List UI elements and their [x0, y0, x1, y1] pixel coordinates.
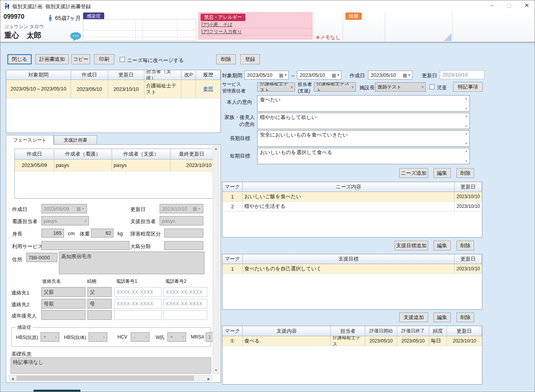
add-goal-button[interactable]: 支援目標追加: [395, 241, 428, 250]
scroll-up-icon[interactable]: ▲: [465, 150, 533, 153]
facesheet-hscrollbar[interactable]: ◀ ▶: [9, 375, 212, 381]
guardian-tel2-input[interactable]: [164, 310, 207, 320]
col-header-mark[interactable]: マーク: [222, 326, 243, 336]
goal-row[interactable]: 1 食べたいものを自己選択していく 2023/10/10: [222, 264, 482, 274]
delete-need-button[interactable]: 削除: [457, 168, 474, 178]
scroll-down-icon[interactable]: ▼: [213, 368, 219, 373]
family-intent-label: 家族・後見人の意向: [222, 114, 255, 128]
tab-facesheet[interactable]: フェースシート: [6, 135, 54, 145]
pagebreak-checkbox[interactable]: [120, 57, 125, 62]
col-header-updated[interactable]: 更新日: [447, 326, 482, 336]
col-header-staff[interactable]: 担当者: [331, 326, 365, 336]
scroll-down-icon[interactable]: ▼: [465, 142, 533, 145]
contact2-tel2-input[interactable]: [164, 299, 207, 309]
calendar-icon[interactable]: ▦: [279, 73, 283, 78]
wassermann-label: W氏: [156, 334, 165, 341]
col-header-mark[interactable]: マーク: [222, 182, 243, 192]
long-goal-textarea[interactable]: 安全においしいものを食べていきたい: [257, 130, 470, 147]
delete-goal-button[interactable]: 削除: [457, 241, 474, 250]
plan-row[interactable]: 2023/05/10～2023/05/10 2023/05/10 2023/10…: [6, 80, 220, 98]
need-row[interactable]: 2 穏やかに生活する 2023/10/10: [222, 202, 482, 211]
register-button[interactable]: 登録: [240, 54, 260, 64]
edit-support-button[interactable]: 編集: [434, 312, 451, 322]
delete-support-button[interactable]: 削除: [457, 312, 474, 322]
period-from-field[interactable]: 2023/05/10 ▦▼: [244, 71, 289, 80]
add-support-button[interactable]: 支援追加: [399, 312, 428, 322]
maximize-button[interactable]: ▢: [503, 1, 515, 10]
contact1-tel1-input[interactable]: [114, 287, 162, 297]
scroll-up-icon[interactable]: ▲: [213, 146, 219, 152]
col-header-updated[interactable]: 更新日: [108, 70, 144, 80]
scroll-left-icon[interactable]: ◀: [10, 376, 15, 382]
period-to-field[interactable]: 2023/05/10 ▦▼: [297, 71, 341, 80]
chevron-down-icon[interactable]: ▼: [284, 73, 287, 77]
col-header-mark[interactable]: マーク: [222, 254, 243, 264]
service-manager-select[interactable]: 介護福祉士テスト∨: [257, 82, 295, 92]
col-header-updated[interactable]: 更新日: [455, 182, 482, 192]
scroll-right-icon[interactable]: ▶: [206, 376, 211, 382]
col-header-support-content[interactable]: 支援内容: [243, 326, 331, 336]
staff-select[interactable]: 介護福祉士テスト∨: [314, 82, 356, 92]
self-intent-textarea[interactable]: 食べたい: [257, 95, 470, 112]
scroll-up-icon[interactable]: ▲: [465, 132, 533, 135]
allergy-item-link[interactable]: [ア]小麦、そば: [199, 21, 312, 28]
need-updated: 2023/10/10: [455, 192, 482, 201]
col-header-author-nurse[interactable]: 作成者（看護）: [54, 149, 112, 160]
contact2-label: 連絡先2: [11, 301, 29, 308]
plan-list-table: 対象期間 作成日 更新日 担当者（支援） 改P 履歴 2023/05/10～20…: [6, 70, 221, 133]
edit-goal-button[interactable]: 編集: [434, 241, 451, 250]
scroll-up-icon[interactable]: ▲: [465, 115, 533, 118]
close-button[interactable]: 閉じる: [7, 54, 32, 64]
history-ref-link[interactable]: 参照: [203, 85, 213, 92]
special-notes-button[interactable]: 特記事項: [453, 82, 483, 92]
chevron-down-icon[interactable]: ▼: [408, 73, 411, 77]
col-header-updated[interactable]: 更新日: [455, 254, 482, 264]
scroll-up-icon[interactable]: ▲: [465, 97, 533, 100]
short-goal-textarea[interactable]: おいしいものを選択して食べる: [257, 148, 470, 164]
facesheet-vscrollbar[interactable]: ▲ ▼: [213, 145, 219, 374]
hscroll-thumb[interactable]: [16, 376, 194, 381]
col-header-need-content[interactable]: ニーズ内容: [243, 182, 455, 192]
needs-table: マーク ニーズ内容 更新日 1 おいしいご飯を食べたい 2023/10/10 2…: [222, 182, 482, 238]
col-header-goal[interactable]: 支援目標: [243, 254, 455, 264]
col-header-frequency[interactable]: 頻度: [429, 326, 447, 336]
col-header-created[interactable]: 作成日: [15, 149, 54, 160]
support-row[interactable]: ① 食べる 介護福祉士テス 2023/05/10 2023/05/10 毎日 2…: [222, 336, 482, 346]
need-row[interactable]: 1 おいしいご飯を食べたい 2023/10/10: [222, 192, 482, 202]
allergy-item-link[interactable]: [ア]フリー入力有り: [199, 28, 312, 35]
child-checkbox[interactable]: [430, 84, 435, 89]
col-header-eval-end[interactable]: 評価日終了: [397, 326, 429, 336]
tab-support-plan[interactable]: 支援計画書: [54, 135, 97, 145]
resize-handle[interactable]: [444, 33, 451, 41]
family-intent-textarea[interactable]: 穏やかに暮らして欲しい: [257, 113, 470, 129]
col-header-eval-start[interactable]: 評価日開始: [365, 326, 397, 336]
col-header-history[interactable]: 履歴: [196, 70, 220, 80]
minimize-button[interactable]: –: [485, 1, 498, 10]
calendar-icon[interactable]: ▦: [332, 73, 336, 78]
col-header-rev[interactable]: 改P: [181, 70, 196, 80]
copy-button[interactable]: コピー: [71, 54, 90, 64]
add-plan-button[interactable]: 計画書追加: [36, 54, 69, 64]
memo-bubble-icon[interactable]: [70, 32, 82, 41]
chevron-down-icon[interactable]: ▼: [337, 73, 340, 77]
scroll-down-icon[interactable]: ▼: [465, 160, 533, 163]
col-header-period[interactable]: 対象期間: [6, 70, 71, 80]
guardian-tel1-input[interactable]: [114, 310, 162, 320]
delete-plan-button[interactable]: 削除: [216, 54, 236, 64]
scroll-down-icon[interactable]: ▼: [465, 125, 533, 128]
edit-need-button[interactable]: 編集: [434, 168, 451, 178]
add-need-button[interactable]: ニーズ追加: [399, 168, 428, 178]
calendar-icon[interactable]: ▦: [403, 73, 407, 78]
col-header-author-support[interactable]: 作成者（支援）: [112, 149, 171, 160]
contact1-tel2-input[interactable]: [164, 287, 207, 297]
col-header-created[interactable]: 作成日: [71, 70, 108, 80]
close-window-button[interactable]: ✕: [521, 1, 533, 10]
scroll-down-icon[interactable]: ▼: [465, 107, 533, 110]
director-select[interactable]: 医師テスト∨: [375, 82, 426, 92]
col-header-staff[interactable]: 担当者（支援）: [144, 70, 181, 80]
print-button[interactable]: 印刷: [94, 54, 114, 64]
facesheet-row[interactable]: 2023/05/09 pasys pasys 2023/10/10: [15, 160, 213, 171]
contact2-tel1-input[interactable]: [114, 299, 162, 309]
created-date-field[interactable]: 2023/05/10 ▦▼: [368, 71, 412, 80]
col-header-last-updated[interactable]: 最終更新日: [171, 149, 213, 160]
